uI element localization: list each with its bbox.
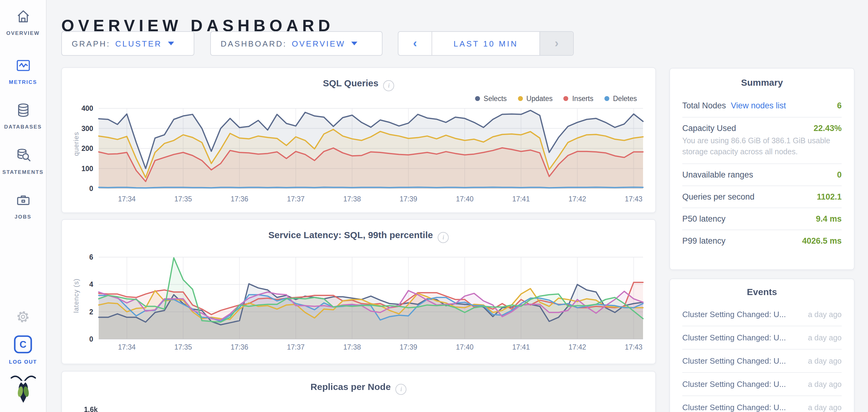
sql-queries-chart-card: SQL Queriesi Selects Updates Inserts Del… <box>61 67 656 213</box>
legend-label: Selects <box>484 95 507 102</box>
svg-text:17:36: 17:36 <box>231 343 249 351</box>
summary-row-capacity: Capacity Used 22.43% You are using 86.6 … <box>682 117 842 164</box>
metrics-chart-icon <box>15 58 31 76</box>
event-row: Cluster Setting Changed: U... a day ago <box>682 326 842 349</box>
log-out-button[interactable]: C LOG OUT <box>0 335 46 365</box>
svg-text:0: 0 <box>89 184 93 193</box>
time-next-button[interactable]: › <box>539 32 573 55</box>
svg-text:C: C <box>20 339 26 350</box>
event-row: Cluster Setting Changed: U... a day ago <box>682 373 842 396</box>
sidebar-item-databases[interactable]: DATABASES <box>0 102 46 130</box>
time-range-value[interactable]: LAST 10 MIN <box>432 32 539 55</box>
svg-text:17:41: 17:41 <box>512 343 530 351</box>
event-title: Cluster Setting Changed: U... <box>682 356 786 366</box>
events-title: Events <box>682 286 842 297</box>
event-time: a day ago <box>808 310 842 319</box>
cockroach-c-icon: C <box>13 335 32 356</box>
summary-value: 6 <box>837 101 842 110</box>
svg-text:17:37: 17:37 <box>287 343 305 351</box>
sidebar-item-statements[interactable]: STATEMENTS <box>0 147 46 175</box>
service-latency-chart: 17:3417:3517:3617:3717:3817:3917:4017:41… <box>64 250 653 352</box>
summary-value: 0 <box>837 171 842 180</box>
event-time: a day ago <box>808 356 842 365</box>
svg-text:17:39: 17:39 <box>400 343 417 351</box>
info-icon[interactable]: i <box>438 232 449 243</box>
legend-item-deletes[interactable]: Deletes <box>604 95 637 102</box>
chart-title: Replicas per Nodei <box>62 381 655 395</box>
summary-row-qps: Queries per second 1102.1 <box>682 186 842 208</box>
event-time: a day ago <box>808 380 842 388</box>
info-icon[interactable]: i <box>396 384 407 395</box>
toolbar: GRAPH: CLUSTER DASHBOARD: OVERVIEW ‹ LAS… <box>61 31 574 56</box>
cockroach-bug-icon <box>10 373 36 407</box>
svg-text:17:41: 17:41 <box>512 195 530 203</box>
sidebar-item-label: JOBS <box>14 214 31 220</box>
sidebar-item-jobs[interactable]: JOBS <box>0 192 46 220</box>
time-prev-button[interactable]: ‹ <box>398 32 432 55</box>
svg-text:17:39: 17:39 <box>400 195 417 203</box>
summary-value: 1102.1 <box>817 193 842 202</box>
svg-text:17:35: 17:35 <box>175 195 192 203</box>
gear-icon <box>15 309 31 327</box>
admin-ui-root: OVERVIEW METRICS DATABASES <box>0 0 868 412</box>
legend-dot <box>564 96 568 101</box>
chart-title-text: Service Latency: SQL, 99th percentile <box>269 230 433 240</box>
statements-search-icon <box>15 147 31 166</box>
graph-dropdown-value: CLUSTER <box>115 39 162 48</box>
svg-text:17:40: 17:40 <box>456 343 473 351</box>
chevron-down-icon <box>168 42 174 45</box>
svg-text:100: 100 <box>82 165 93 173</box>
event-time: a day ago <box>808 333 842 342</box>
summary-label: Queries per second <box>682 193 754 202</box>
legend-label: Deletes <box>613 95 637 102</box>
chart-legend: Selects Updates Inserts Deletes <box>475 95 637 102</box>
info-icon[interactable]: i <box>383 80 395 91</box>
svg-text:4: 4 <box>89 280 93 288</box>
svg-text:2: 2 <box>89 308 93 316</box>
service-latency-chart-card: Service Latency: SQL, 99th percentilei l… <box>61 219 656 364</box>
log-out-label: LOG OUT <box>9 359 37 365</box>
svg-text:17:37: 17:37 <box>287 195 305 203</box>
svg-text:400: 400 <box>82 104 93 112</box>
legend-item-inserts[interactable]: Inserts <box>564 95 593 102</box>
graph-dropdown-label: GRAPH: <box>72 39 110 48</box>
settings-gear-button[interactable] <box>0 309 46 327</box>
sidebar-item-overview[interactable]: OVERVIEW <box>0 8 46 36</box>
summary-label: Total Nodes <box>682 101 726 110</box>
event-time: a day ago <box>808 403 842 412</box>
database-icon <box>15 102 31 121</box>
sidebar-item-label: METRICS <box>9 79 37 85</box>
graph-dropdown[interactable]: GRAPH: CLUSTER <box>61 31 194 56</box>
summary-value: 4026.5 ms <box>802 237 842 246</box>
sidebar-item-label: STATEMENTS <box>2 169 44 175</box>
svg-text:300: 300 <box>82 125 93 133</box>
sql-queries-chart: 17:3417:3517:3617:3717:3817:3917:4017:41… <box>64 102 653 206</box>
replicas-per-node-chart-card: Replicas per Nodei 1.6k <box>61 371 656 412</box>
summary-title: Summary <box>682 77 842 88</box>
cockroachdb-logo[interactable] <box>0 373 46 407</box>
chevron-down-icon <box>351 42 358 45</box>
home-icon <box>15 8 31 27</box>
svg-text:17:35: 17:35 <box>175 343 192 351</box>
event-row: Cluster Setting Changed: U... a day ago <box>682 349 842 373</box>
summary-row-total-nodes: Total NodesView nodes list 6 <box>682 94 842 117</box>
legend-dot <box>475 96 480 101</box>
svg-text:17:40: 17:40 <box>456 195 473 203</box>
svg-text:200: 200 <box>82 144 93 152</box>
events-panel: Events Cluster Setting Changed: U... a d… <box>670 279 855 412</box>
svg-text:17:34: 17:34 <box>118 343 136 351</box>
sidebar-item-metrics[interactable]: METRICS <box>0 58 46 85</box>
svg-text:17:43: 17:43 <box>625 343 643 351</box>
dashboard-dropdown-label: DASHBOARD: <box>221 39 287 48</box>
view-nodes-list-link[interactable]: View nodes list <box>731 101 786 110</box>
time-range-selector: ‹ LAST 10 MIN › <box>398 31 574 56</box>
summary-row-p99: P99 latency 4026.5 ms <box>682 231 842 252</box>
legend-item-updates[interactable]: Updates <box>518 95 553 102</box>
sidebar: OVERVIEW METRICS DATABASES <box>0 0 46 412</box>
svg-text:17:42: 17:42 <box>568 343 586 351</box>
capacity-description: You are using 86.6 GiB of 386.1 GiB usab… <box>682 135 842 158</box>
legend-item-selects[interactable]: Selects <box>475 95 507 102</box>
svg-text:17:34: 17:34 <box>118 195 136 203</box>
dashboard-dropdown[interactable]: DASHBOARD: OVERVIEW <box>210 31 382 56</box>
summary-row-unavailable-ranges: Unavailable ranges 0 <box>682 164 842 186</box>
